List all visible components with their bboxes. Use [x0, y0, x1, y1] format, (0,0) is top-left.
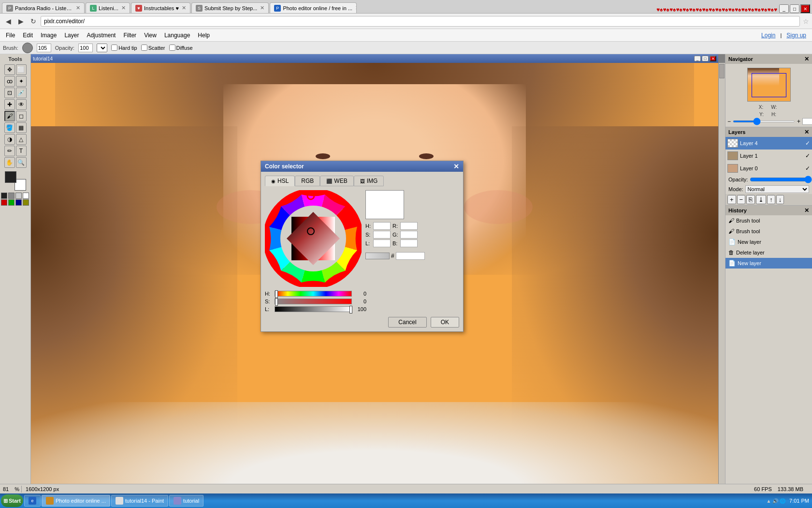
diffuse-checkbox-label[interactable]: Diffuse [169, 45, 193, 51]
canvas-area[interactable]: tutorial14 _ □ ✕ [31, 54, 725, 493]
menu-adjustment[interactable]: Adjustment [83, 30, 119, 40]
reload-btn[interactable]: ↻ [28, 16, 39, 27]
mini-color-blue[interactable] [15, 199, 22, 206]
layers-close-btn[interactable]: ✕ [804, 129, 809, 135]
canvas-win-close[interactable]: ✕ [710, 56, 716, 61]
tool-dodge[interactable]: ◑ [4, 134, 15, 145]
scrollbar-v-thumb[interactable] [719, 64, 725, 78]
menu-image[interactable]: Image [37, 30, 60, 40]
menu-help[interactable]: Help [194, 30, 214, 40]
layer-move-down-btn[interactable]: ↓ [776, 195, 784, 204]
h-slider-thumb[interactable] [275, 290, 278, 298]
mini-color-white[interactable] [23, 193, 29, 199]
layer-eye-4[interactable]: ✓ [805, 140, 810, 147]
history-row-2[interactable]: 📄 New layer [725, 237, 812, 247]
history-row-3[interactable]: 🗑 Delete layer [725, 247, 812, 258]
g-input[interactable]: 255 [400, 231, 418, 239]
tab-close-listen[interactable]: ✕ [121, 5, 126, 11]
tab-close-pandora[interactable]: ✕ [76, 5, 80, 11]
mini-color-red[interactable] [1, 199, 7, 206]
tool-eyedropper[interactable]: 💉 [16, 88, 27, 98]
opacity-dropdown[interactable] [97, 44, 107, 52]
start-button[interactable]: ⊞ Start [1, 494, 23, 507]
navigator-panel-header[interactable]: Navigator ✕ [725, 54, 812, 64]
tab-close-pixlr[interactable]: ✕ [355, 5, 357, 11]
canvas-scrollbar-v[interactable] [718, 63, 725, 487]
scatter-checkbox-label[interactable]: Scatter [141, 45, 165, 51]
canvas-win-min[interactable]: _ [694, 56, 701, 61]
history-row-4[interactable]: 📄 New layer [725, 258, 812, 269]
dialog-tab-web[interactable]: ⬛ WEB [320, 176, 353, 186]
tool-eraser[interactable]: ◻ [16, 111, 27, 121]
h-input[interactable]: 0 [373, 222, 391, 230]
s-slider-thumb[interactable] [275, 298, 278, 306]
fg-color-swatch[interactable] [5, 171, 16, 183]
scatter-checkbox[interactable] [141, 45, 147, 51]
tool-zoom[interactable]: 🔍 [16, 157, 27, 168]
tool-marquee[interactable]: ⬜ [16, 64, 27, 75]
taskbar-paint-item[interactable]: tutorial14 - Paint [111, 495, 168, 507]
hex-input[interactable]: ffffff [396, 252, 425, 260]
taskbar-pixlr-item[interactable]: Photo editor online ... [42, 495, 110, 507]
layer-duplicate-btn[interactable]: ⎘ [746, 195, 755, 204]
tool-burn[interactable]: △ [16, 134, 27, 145]
cancel-button[interactable]: Cancel [388, 317, 426, 328]
tool-paint-bucket[interactable]: 🪣 [4, 122, 15, 133]
l-slider-track[interactable] [275, 306, 352, 312]
tool-crop[interactable]: ⊡ [4, 88, 15, 98]
opacity-slider[interactable] [750, 176, 812, 183]
canvas-win-max[interactable]: □ [702, 56, 709, 61]
tool-hand[interactable]: ✋ [4, 157, 15, 168]
tool-brush[interactable]: 🖌 [4, 111, 15, 121]
win-min-btn[interactable]: _ [779, 4, 789, 13]
b-input[interactable]: 255 [400, 239, 418, 247]
dialog-close-btn[interactable]: ✕ [453, 163, 459, 170]
menu-language[interactable]: Language [160, 30, 194, 40]
mini-color-green[interactable] [8, 199, 14, 206]
tab-pixlr[interactable]: P Photo editor online / free in ... ✕ [270, 2, 357, 13]
tool-pen[interactable]: ✏ [4, 146, 15, 156]
bookmark-star[interactable]: ☆ [803, 17, 809, 25]
layers-panel-header[interactable]: Layers ✕ [725, 127, 812, 137]
layer-delete-btn[interactable]: − [737, 195, 746, 204]
menu-layer[interactable]: Layer [60, 30, 83, 40]
login-link[interactable]: Login [757, 30, 779, 40]
mini-color-lightgray[interactable] [15, 193, 22, 199]
hard-tip-checkbox-label[interactable]: Hard tip [111, 45, 137, 51]
tab-listen[interactable]: L Listeni... ✕ [86, 2, 130, 13]
dialog-tab-img[interactable]: 🖼 IMG [354, 176, 384, 186]
tool-heal[interactable]: ✚ [4, 99, 15, 110]
layer-row-4[interactable]: Layer 4 ✓ [725, 137, 812, 149]
color-wheel-container[interactable] [265, 190, 362, 287]
s-input[interactable]: 0 [373, 231, 391, 239]
tool-red-eye[interactable]: 👁 [16, 99, 27, 110]
r-input[interactable]: 255 [400, 222, 418, 230]
tab-submit[interactable]: S Submit Step by Step... ✕ [191, 2, 269, 13]
layer-eye-0[interactable]: ✓ [805, 165, 810, 172]
dialog-tab-rgb[interactable]: RGB [295, 176, 320, 186]
history-row-0[interactable]: 🖌 Brush tool [725, 215, 812, 226]
l-input[interactable]: 100 [373, 239, 391, 247]
tab-close-instructables[interactable]: ✕ [182, 5, 186, 11]
signup-link[interactable]: Sign up [783, 30, 810, 40]
layer-merge-btn[interactable]: ⤓ [756, 195, 766, 204]
tool-text[interactable]: T [16, 146, 27, 156]
nav-zoom-input[interactable]: 81 [802, 118, 812, 125]
diffuse-checkbox[interactable] [169, 45, 175, 51]
layer-row-0[interactable]: Layer 0 ✓ [725, 162, 812, 175]
hard-tip-checkbox[interactable] [111, 45, 117, 51]
mini-color-black[interactable] [1, 193, 7, 199]
navigator-close-btn[interactable]: ✕ [804, 56, 809, 62]
nav-zoom-plus[interactable]: + [797, 118, 800, 125]
history-close-btn[interactable]: ✕ [804, 207, 809, 214]
forward-btn[interactable]: ▶ [15, 16, 26, 27]
tool-gradient[interactable]: ▦ [16, 122, 27, 133]
h-slider-track[interactable] [275, 291, 352, 297]
layer-row-1[interactable]: Layer 1 ✓ [725, 149, 812, 162]
dialog-tab-hsl[interactable]: ◉ HSL [265, 176, 295, 186]
mode-select[interactable]: Normal Multiply Screen Overlay [745, 185, 809, 193]
tool-move[interactable]: ✥ [4, 64, 15, 75]
menu-view[interactable]: View [140, 30, 160, 40]
opacity-input[interactable]: 100 [78, 44, 93, 52]
l-slider-thumb[interactable] [349, 306, 352, 314]
